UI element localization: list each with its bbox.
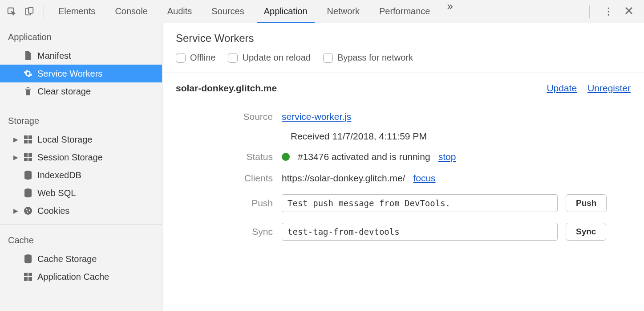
device-toggle-icon[interactable]: [21, 4, 37, 20]
close-icon[interactable]: [623, 6, 635, 17]
sync-row: Sync Sync: [176, 217, 631, 246]
tab-elements[interactable]: Elements: [49, 0, 105, 23]
clients-label: Clients: [176, 173, 282, 184]
clients-row: Clients https://solar-donkey.glitch.me/ …: [176, 168, 631, 189]
devtools-tabbar: Elements Console Audits Sources Applicat…: [0, 0, 644, 23]
divider: [44, 5, 44, 18]
tabs-overflow[interactable]: »: [440, 0, 460, 23]
divider: [589, 5, 590, 18]
panel-title: Service Workers: [176, 32, 631, 45]
source-label: Source: [176, 111, 282, 122]
checkbox-icon: [228, 53, 238, 63]
svg-point-16: [27, 212, 28, 213]
svg-rect-19: [28, 273, 32, 276]
svg-point-14: [26, 209, 27, 210]
svg-rect-21: [28, 277, 32, 281]
tabbar-right: ⋮: [585, 5, 640, 18]
svg-rect-5: [24, 140, 28, 143]
checkbox-icon: [323, 53, 333, 63]
tab-application[interactable]: Application: [254, 0, 317, 23]
push-row: Push Push: [176, 189, 631, 217]
source-link[interactable]: service-worker.js: [282, 111, 351, 122]
update-on-reload-checkbox[interactable]: Update on reload: [228, 53, 310, 63]
sidebar-item-websql[interactable]: Web SQL: [0, 184, 162, 202]
grid-icon: [23, 273, 33, 281]
sidebar-item-label: Service Workers: [37, 69, 102, 79]
status-dot-icon: [282, 153, 290, 161]
tab-sources[interactable]: Sources: [202, 0, 254, 23]
gear-icon: [23, 69, 33, 78]
sidebar-item-indexeddb[interactable]: IndexedDB: [0, 166, 162, 184]
svg-rect-8: [28, 153, 32, 157]
sidebar-item-label: Cookies: [37, 206, 69, 216]
unregister-link[interactable]: Unregister: [587, 83, 631, 94]
svg-rect-9: [24, 158, 28, 161]
sidebar-item-label: Application Cache: [37, 272, 109, 282]
sidebar-item-application-cache[interactable]: Application Cache: [0, 268, 162, 286]
chevron-right-icon: ▶: [12, 207, 19, 214]
focus-link[interactable]: focus: [413, 173, 435, 184]
origin-row: solar-donkey.glitch.me Update Unregister: [176, 83, 631, 94]
sync-label: Sync: [176, 226, 282, 237]
bypass-network-checkbox[interactable]: Bypass for network: [323, 53, 413, 63]
svg-rect-18: [24, 273, 28, 276]
document-icon: [23, 51, 33, 60]
status-row: Status #13476 activated and is running s…: [176, 146, 631, 168]
svg-point-13: [24, 207, 32, 215]
sidebar-item-cookies[interactable]: ▶ Cookies: [0, 202, 162, 220]
offline-checkbox[interactable]: Offline: [176, 53, 215, 63]
svg-rect-3: [24, 135, 28, 139]
chevron-right-icon: ▶: [12, 154, 19, 161]
svg-rect-6: [28, 140, 32, 143]
svg-rect-7: [24, 153, 28, 157]
sidebar-item-cache-storage[interactable]: Cache Storage: [0, 250, 162, 268]
tab-performance[interactable]: Performance: [369, 0, 440, 23]
sw-options-row: Offline Update on reload Bypass for netw…: [176, 53, 631, 73]
sidebar: Application Manifest Service Workers Cle…: [0, 23, 162, 311]
sidebar-item-session-storage[interactable]: ▶ Session Storage: [0, 148, 162, 166]
database-icon: [23, 171, 33, 180]
tab-console[interactable]: Console: [105, 0, 157, 23]
sidebar-item-service-workers[interactable]: Service Workers: [0, 65, 162, 82]
sidebar-item-manifest[interactable]: Manifest: [0, 47, 162, 65]
grid-icon: [23, 153, 33, 161]
group-storage: Storage: [0, 110, 162, 131]
svg-rect-4: [28, 135, 32, 139]
sidebar-item-label: Manifest: [37, 51, 71, 61]
chevron-right-icon: ▶: [12, 136, 19, 143]
kebab-menu-icon[interactable]: ⋮: [602, 6, 615, 17]
update-link[interactable]: Update: [547, 83, 577, 94]
sync-input[interactable]: [282, 223, 558, 241]
push-button[interactable]: Push: [566, 194, 607, 212]
origin-label: solar-donkey.glitch.me: [176, 83, 277, 94]
main-panel: Service Workers Offline Update on reload…: [162, 23, 644, 311]
svg-rect-10: [28, 158, 32, 161]
svg-rect-20: [24, 277, 28, 281]
checkbox-label: Update on reload: [242, 53, 310, 63]
inspect-icon[interactable]: [4, 4, 20, 20]
sidebar-item-label: IndexedDB: [37, 170, 81, 180]
tab-network[interactable]: Network: [317, 0, 369, 23]
push-label: Push: [176, 198, 282, 209]
stop-link[interactable]: stop: [438, 151, 456, 162]
sidebar-item-local-storage[interactable]: ▶ Local Storage: [0, 131, 162, 148]
client-url: https://solar-donkey.glitch.me/: [282, 173, 405, 184]
group-cache: Cache: [0, 229, 162, 250]
group-application: Application: [0, 26, 162, 47]
sidebar-item-label: Session Storage: [37, 152, 103, 163]
sidebar-item-label: Web SQL: [37, 188, 76, 198]
sidebar-item-label: Clear storage: [37, 86, 91, 97]
trash-icon: [23, 87, 33, 96]
svg-rect-2: [28, 7, 33, 13]
database-icon: [23, 188, 33, 197]
cookie-icon: [23, 206, 33, 215]
grid-icon: [23, 135, 33, 143]
status-text: #13476 activated and is running: [298, 151, 430, 162]
tab-audits[interactable]: Audits: [158, 0, 202, 23]
sync-button[interactable]: Sync: [566, 223, 606, 241]
push-input[interactable]: [282, 194, 558, 212]
checkbox-icon: [176, 53, 186, 63]
checkbox-label: Bypass for network: [337, 53, 413, 63]
checkbox-label: Offline: [190, 53, 215, 63]
sidebar-item-clear-storage[interactable]: Clear storage: [0, 82, 162, 100]
